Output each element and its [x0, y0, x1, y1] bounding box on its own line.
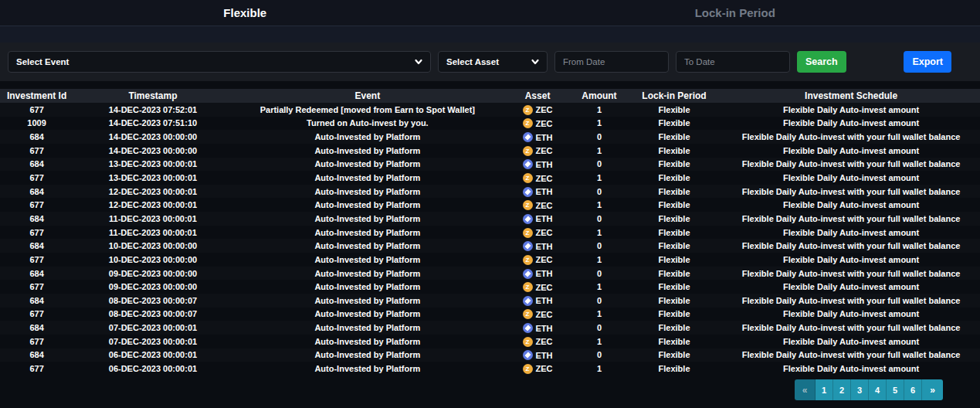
eth-coin-icon [523, 269, 533, 279]
cell-asset: ETH [503, 294, 572, 308]
cell-investment-schedule: Flexible Daily Auto-invest with your ful… [722, 348, 980, 362]
cell-investment-schedule: Flexible Daily Auto-invest amount [722, 226, 980, 240]
pagination-page-6[interactable]: 6 [904, 379, 922, 400]
cell-amount: 0 [572, 348, 626, 362]
cell-investment-id: 677 [0, 144, 73, 158]
cell-investment-id: 684 [0, 158, 73, 172]
cell-lockin-period: Flexible [626, 294, 722, 308]
cell-timestamp: 14-DEC-2023 00:00:00 [73, 130, 232, 144]
pagination-next-button[interactable]: » [922, 379, 943, 400]
cell-timestamp: 14-DEC-2023 07:51:10 [73, 117, 232, 131]
zec-coin-icon: Z [523, 173, 533, 183]
table-row: 684 12-DEC-2023 00:00:01 Auto-Invested b… [0, 185, 980, 199]
asset-select[interactable]: Select Asset [438, 51, 548, 73]
cell-investment-schedule: Flexible Daily Auto-invest with your ful… [722, 321, 980, 335]
cell-investment-id: 677 [0, 280, 73, 294]
cell-investment-id: 677 [0, 226, 73, 240]
eth-coin-icon [523, 159, 533, 169]
cell-lockin-period: Flexible [626, 348, 722, 362]
cell-lockin-period: Flexible [626, 308, 722, 321]
from-date-input[interactable] [554, 51, 669, 73]
cell-amount: 1 [572, 198, 626, 212]
cell-investment-schedule: Flexible Daily Auto-invest amount [722, 362, 980, 376]
cell-investment-id: 684 [0, 321, 73, 335]
pagination-page-4[interactable]: 4 [869, 379, 887, 400]
table-row: 677 13-DEC-2023 00:00:01 Auto-Invested b… [0, 171, 980, 185]
table-header-row: Investment Id Timestamp Event Asset Amou… [0, 89, 980, 103]
cell-event: Auto-Invested by Platform [232, 253, 503, 267]
cell-asset: ETH [503, 212, 572, 226]
chevron-down-icon [531, 58, 539, 66]
cell-investment-schedule: Flexible Daily Auto-invest amount [722, 117, 980, 131]
pagination-page-1[interactable]: 1 [816, 379, 833, 400]
cell-investment-schedule: Flexible Daily Auto-invest amount [722, 253, 980, 267]
pagination-page-2[interactable]: 2 [833, 379, 851, 400]
cell-timestamp: 12-DEC-2023 00:00:01 [73, 198, 232, 212]
asset-symbol: ETH [536, 324, 553, 333]
cell-lockin-period: Flexible [626, 253, 722, 267]
cell-event: Auto-Invested by Platform [232, 308, 503, 321]
cell-timestamp: 09-DEC-2023 00:00:00 [73, 280, 232, 294]
eth-coin-icon [523, 132, 533, 142]
cell-timestamp: 10-DEC-2023 00:00:00 [73, 239, 232, 253]
asset-symbol: ETH [536, 214, 553, 223]
cell-investment-id: 677 [0, 308, 73, 321]
eth-coin-icon [523, 187, 533, 197]
cell-event: Auto-Invested by Platform [232, 348, 503, 362]
cell-event: Auto-Invested by Platform [232, 239, 503, 253]
cell-investment-schedule: Flexible Daily Auto-invest with your ful… [722, 212, 980, 226]
tab-lock-in-period[interactable]: Lock-in Period [490, 0, 980, 26]
cell-asset: ETH [503, 267, 572, 280]
pagination-page-3[interactable]: 3 [851, 379, 869, 400]
to-date-input[interactable] [676, 51, 790, 73]
asset-symbol: ETH [536, 269, 553, 278]
table-row: 684 07-DEC-2023 00:00:01 Auto-Invested b… [0, 321, 980, 335]
pagination-row: « 1 2 3 4 5 6 » [0, 376, 980, 408]
zec-coin-icon: Z [523, 200, 533, 210]
asset-symbol: ETH [536, 187, 553, 196]
cell-lockin-period: Flexible [626, 185, 722, 199]
cell-lockin-period: Flexible [626, 130, 722, 144]
cell-investment-id: 684 [0, 348, 73, 362]
cell-investment-schedule: Flexible Daily Auto-invest amount [722, 308, 980, 321]
zec-coin-icon: Z [523, 282, 533, 292]
cell-lockin-period: Flexible [626, 226, 722, 240]
cell-investment-schedule: Flexible Daily Auto-invest with your ful… [722, 239, 980, 253]
cell-event: Auto-Invested by Platform [232, 226, 503, 240]
table-row: 677 08-DEC-2023 00:00:07 Auto-Invested b… [0, 308, 980, 321]
zec-coin-icon: Z [523, 105, 533, 115]
asset-symbol: ZEC [536, 337, 553, 346]
pagination-prev-button[interactable]: « [795, 379, 816, 400]
cell-investment-id: 684 [0, 185, 73, 199]
asset-symbol: ZEC [536, 174, 553, 183]
cell-asset: ETH [503, 130, 572, 144]
cell-event: Auto-Invested by Platform [232, 280, 503, 294]
cell-timestamp: 12-DEC-2023 00:00:01 [73, 185, 232, 199]
eth-coin-icon [523, 323, 533, 333]
col-amount: Amount [572, 89, 626, 103]
cell-asset: Z ZEC [503, 171, 572, 185]
cell-amount: 1 [572, 144, 626, 158]
table-row: 684 09-DEC-2023 00:00:00 Auto-Invested b… [0, 267, 980, 280]
cell-amount: 1 [572, 335, 626, 348]
cell-event: Auto-Invested by Platform [232, 335, 503, 348]
eth-coin-icon [523, 241, 533, 251]
cell-investment-id: 677 [0, 171, 73, 185]
history-table: Investment Id Timestamp Event Asset Amou… [0, 89, 980, 376]
cell-investment-schedule: Flexible Daily Auto-invest with your ful… [722, 294, 980, 308]
pagination-page-5[interactable]: 5 [887, 379, 904, 400]
search-button[interactable]: Search [797, 51, 846, 73]
tab-flexible[interactable]: Flexible [0, 0, 490, 26]
export-button[interactable]: Export [904, 51, 951, 73]
asset-symbol: ZEC [536, 283, 553, 292]
cell-investment-id: 684 [0, 212, 73, 226]
tabbar-substrip [0, 26, 980, 42]
eth-coin-icon [523, 214, 533, 224]
cell-lockin-period: Flexible [626, 103, 722, 117]
cell-amount: 0 [572, 321, 626, 335]
table-row: 677 06-DEC-2023 00:00:01 Auto-Invested b… [0, 362, 980, 376]
table-row: 677 09-DEC-2023 00:00:00 Auto-Invested b… [0, 280, 980, 294]
cell-lockin-period: Flexible [626, 239, 722, 253]
cell-investment-id: 1009 [0, 117, 73, 131]
event-select[interactable]: Select Event [8, 51, 431, 73]
